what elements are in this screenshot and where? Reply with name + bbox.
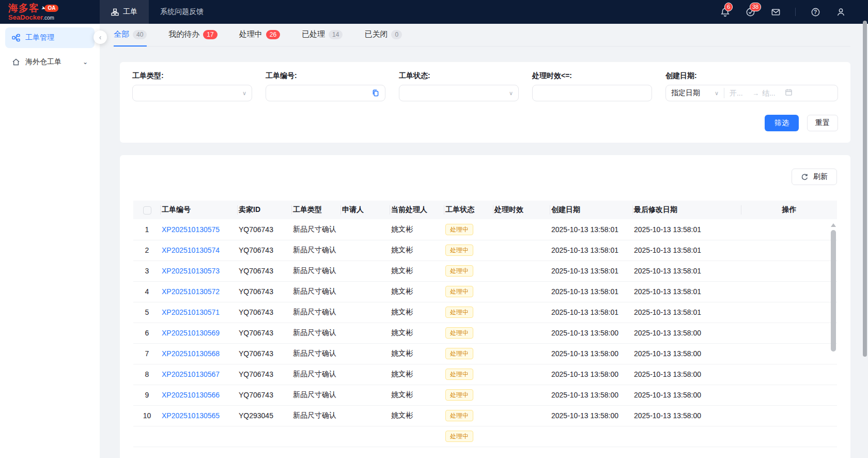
col-sla: 处理时效: [493, 201, 550, 219]
home-icon: [12, 58, 20, 66]
order-number-link[interactable]: XP202510130568: [162, 349, 220, 358]
filter-submit-button[interactable]: 筛选: [765, 115, 799, 131]
page-scrollbar: [863, 21, 867, 458]
tab-closed[interactable]: 已关闭 0: [364, 29, 402, 47]
order-number-link[interactable]: XP202510130569: [162, 329, 220, 337]
handler-cell: 姚文彬: [390, 281, 444, 302]
help-button[interactable]: ?: [810, 6, 821, 18]
main-content: 工单管理 全部 40 我的待办 17 处理中 26 已处理 14 已关闭 0 工…: [100, 9, 868, 458]
actions-cell: [741, 343, 837, 364]
order-number-link[interactable]: XP202510130573: [162, 267, 220, 275]
date-mode-select[interactable]: 指定日期 ∨: [666, 88, 724, 98]
mail-button[interactable]: [770, 6, 781, 18]
refresh-button[interactable]: 刷新: [792, 169, 837, 185]
page-scrollbar-thumb[interactable]: [863, 21, 867, 357]
tab-label: 处理中: [239, 29, 262, 39]
nav-item-workorder[interactable]: 工单: [100, 0, 149, 24]
workorder-status-select[interactable]: ∨: [399, 85, 519, 101]
row-index: 10: [133, 405, 161, 426]
sla-cell: [493, 364, 550, 385]
tab-processing[interactable]: 处理中 26: [239, 29, 280, 47]
order-number-link[interactable]: XP202510130574: [162, 246, 220, 254]
sla-input[interactable]: [538, 89, 646, 97]
applicant-cell: [341, 323, 390, 343]
tab-processed[interactable]: 已处理 14: [302, 29, 343, 47]
created-date-cell: 2025-10-13 13:58:00: [550, 323, 633, 343]
handler-cell: [390, 426, 444, 447]
status-badge: 处理中: [445, 245, 473, 256]
sla-cell: [493, 323, 550, 343]
task-count-badge: 38: [750, 3, 761, 11]
table-row: 5 XP202510130571 YQ706743 新品尺寸确认 姚文彬 处理中…: [133, 302, 837, 323]
sidebar-item-label: 海外仓工单: [25, 57, 61, 67]
sidebar-item-overseas-warehouse[interactable]: 海外仓工单 ⌄: [5, 52, 95, 72]
date-end-input[interactable]: [762, 89, 782, 97]
chevron-down-icon: ∨: [715, 90, 719, 97]
order-number-link[interactable]: XP202510130565: [162, 411, 220, 420]
col-modified: 最后修改日期: [633, 201, 741, 219]
order-number-link[interactable]: XP202510130567: [162, 370, 220, 378]
workorder-number-input[interactable]: [271, 89, 371, 97]
type-cell: 新品尺寸确认: [292, 343, 341, 364]
tab-label: 全部: [114, 29, 129, 39]
status-badge: 处理中: [445, 348, 473, 359]
status-badge: 处理中: [445, 286, 473, 297]
ticket-table: 工单编号 卖家ID 工单类型 申请人 当前处理人 工单状态 处理时效 创建日期 …: [133, 201, 837, 447]
order-number-link[interactable]: XP202510130566: [162, 391, 220, 399]
handler-cell: 姚文彬: [390, 385, 444, 405]
tab-label: 我的待办: [168, 29, 199, 39]
handler-cell: 姚文彬: [390, 323, 444, 343]
app-logo[interactable]: 海多客 ➤ OA SeaDocker.com: [0, 0, 100, 24]
order-number-link[interactable]: XP202510130575: [162, 225, 220, 234]
type-cell: 新品尺寸确认: [292, 261, 341, 281]
handler-cell: 姚文彬: [390, 261, 444, 281]
applicant-cell: [341, 219, 390, 240]
logo-tld-text: .com: [43, 15, 54, 21]
type-cell: 新品尺寸确认: [292, 219, 341, 240]
actions-cell: [741, 240, 837, 261]
tab-all[interactable]: 全部 40: [114, 29, 147, 47]
order-number-link[interactable]: XP202510130572: [162, 287, 220, 296]
table-row: 8 XP202510130567 YQ706743 新品尺寸确认 姚文彬 处理中…: [133, 364, 837, 385]
applicant-cell: [341, 302, 390, 323]
col-order-no: 工单编号: [161, 201, 238, 219]
status-badge: 处理中: [445, 224, 473, 235]
table-row: 处理中: [133, 426, 837, 447]
tab-count-badge: 17: [203, 30, 217, 39]
applicant-cell: [341, 385, 390, 405]
notification-bell-button[interactable]: 6: [719, 6, 731, 18]
select-all-checkbox[interactable]: [143, 206, 151, 215]
filter-label: 创建日期:: [665, 71, 838, 81]
chevron-down-icon: ∨: [509, 90, 513, 97]
table-row: 1 XP202510130575 YQ706743 新品尺寸确认 姚文彬 处理中…: [133, 219, 837, 240]
created-date-cell: 2025-10-13 13:58:00: [550, 343, 633, 364]
table-row: 3 XP202510130573 YQ706743 新品尺寸确认 姚文彬 处理中…: [133, 261, 837, 281]
filter-label: 处理时效<=:: [532, 71, 652, 81]
nav-item-feedback[interactable]: 系统问题反馈: [149, 0, 215, 24]
filter-reset-button[interactable]: 重置: [807, 115, 838, 131]
workorder-type-select[interactable]: ∨: [132, 85, 252, 101]
table-row: 4 XP202510130572 YQ706743 新品尺寸确认 姚文彬 处理中…: [133, 281, 837, 302]
tab-my-todo[interactable]: 我的待办 17: [168, 29, 217, 47]
actions-cell: [741, 281, 837, 302]
row-index: 6: [133, 323, 161, 343]
seller-id-cell: YQ706743: [238, 302, 292, 323]
calendar-icon: [785, 88, 793, 98]
nav-item-label: 工单: [123, 7, 137, 17]
date-start-input[interactable]: [730, 89, 749, 97]
order-number-link[interactable]: XP202510130571: [162, 308, 220, 316]
table-scrollbar-thumb[interactable]: [831, 230, 836, 352]
user-button[interactable]: [835, 6, 846, 18]
status-badge: 处理中: [445, 410, 473, 421]
type-cell: 新品尺寸确认: [292, 323, 341, 343]
handler-cell: 姚文彬: [390, 364, 444, 385]
sidebar-item-workorder-management[interactable]: 工单管理: [5, 27, 95, 48]
sidebar-collapse-button[interactable]: ‹: [94, 30, 107, 44]
scroll-up-arrow-icon[interactable]: [831, 223, 836, 227]
paste-copy-button[interactable]: [371, 89, 380, 97]
task-check-button[interactable]: 38: [745, 6, 756, 18]
row-index: 2: [133, 240, 161, 261]
status-badge: 处理中: [445, 389, 473, 401]
sla-cell: [493, 426, 550, 447]
filter-field-number: 工单编号:: [266, 71, 385, 101]
